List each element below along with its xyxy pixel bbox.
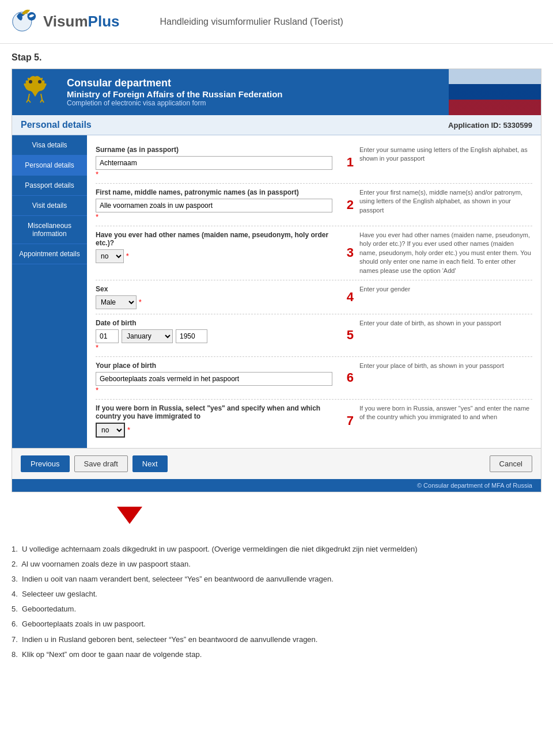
explanation-8: 8. Klik op “Next” om door te gaan naar d…: [12, 648, 541, 661]
othernames-label: Have you ever had other names (maiden na…: [96, 231, 332, 247]
arrow-container: [0, 504, 553, 534]
form-row-firstname: First name, middle names, patronymic nam…: [96, 184, 532, 226]
page-header: VisumPlus Handleiding visumformulier Rus…: [0, 0, 553, 44]
page-title: Handleiding visumformulier Rusland (Toer…: [160, 17, 343, 27]
explanation-6: 6. Geboorteplaats zoals in uw paspoort.: [12, 618, 541, 630]
form-body: Visa details Personal details Passport d…: [12, 135, 541, 448]
form-content: Surname (as in passport) * 1 Enter your …: [87, 135, 541, 448]
explanations: 1. U volledige achternaam zoals dikgedru…: [0, 534, 553, 672]
othernames-hint: Have you ever had other names (maiden na…: [359, 231, 532, 275]
explanation-1: 1. U volledige achternaam zoals dikgedru…: [12, 543, 541, 556]
dob-month-select[interactable]: JanuaryFebruaryMarch AprilMayJune JulyAu…: [122, 329, 173, 343]
form-left-othernames: Have you ever had other names (maiden na…: [96, 231, 341, 263]
dob-required: *: [96, 343, 99, 352]
dob-day-input[interactable]: [96, 329, 119, 343]
step-label: Stap 5.: [0, 44, 553, 69]
step-number-3: 3: [347, 245, 354, 260]
explanation-4: 4. Selecteer uw geslacht.: [12, 588, 541, 601]
logo-text: VisumPlus: [43, 13, 119, 31]
step-number-4: 4: [347, 290, 354, 305]
russia-select[interactable]: no yes: [96, 423, 125, 438]
firstname-required: *: [96, 212, 99, 221]
banner-subtitle: Completion of electronic visa applicatio…: [67, 99, 440, 107]
sidebar-item-visa-details[interactable]: Visa details: [12, 135, 87, 155]
banner-flag: [449, 69, 541, 115]
surname-input[interactable]: [96, 156, 332, 170]
explanation-7: 7. Indien u in Rusland geboren bent, sel…: [12, 633, 541, 646]
sidebar-item-appointment[interactable]: Appointment details: [12, 244, 87, 264]
explanation-2: 2. Al uw voornamen zoals deze in uw pasp…: [12, 558, 541, 571]
sex-hint: Enter your gender: [359, 285, 532, 294]
surname-hint: Enter your surname using letters of the …: [359, 146, 532, 164]
form-row-dob: Date of birth JanuaryFebruaryMarch April…: [96, 314, 532, 357]
step-number-6: 6: [347, 370, 354, 385]
step-number-1: 1: [347, 155, 354, 170]
dob-year-input[interactable]: [176, 329, 207, 343]
form-row-othernames: Have you ever had other names (maiden na…: [96, 226, 532, 280]
svg-point-3: [38, 80, 41, 83]
form-left-surname: Surname (as in passport) *: [96, 146, 341, 178]
sex-required: *: [139, 298, 142, 306]
russia-hint: If you were born in Russia, answer "yes"…: [359, 404, 532, 422]
form-container: Consular department Ministry of Foreign …: [12, 69, 541, 492]
firstname-input[interactable]: [96, 199, 332, 212]
form-footer: © Consular department of MFA of Russia: [12, 479, 541, 492]
logo-area: VisumPlus: [12, 6, 119, 37]
russia-label: If you were born in Russia, select "yes"…: [96, 404, 332, 420]
form-left-firstname: First name, middle names, patronymic nam…: [96, 188, 341, 221]
sex-label: Sex: [96, 285, 332, 293]
sidebar-item-visit-details[interactable]: Visit details: [12, 196, 87, 216]
form-left-russia: If you were born in Russia, select "yes"…: [96, 404, 341, 438]
date-group: JanuaryFebruaryMarch AprilMayJune JulyAu…: [96, 329, 332, 343]
surname-label: Surname (as in passport): [96, 146, 332, 154]
form-nav-bar: Personal details Application ID: 5330599: [12, 115, 541, 135]
form-left-birthplace: Your place of birth *: [96, 362, 341, 394]
firstname-label: First name, middle names, patronymic nam…: [96, 188, 332, 196]
banner-eagle: [12, 69, 58, 115]
btn-group-left: Previous Save draft Next: [21, 455, 168, 472]
banner-text: Consular department Ministry of Foreign …: [58, 69, 449, 115]
form-row-sex: Sex Male Female * 4 Enter your gender: [96, 280, 532, 314]
sex-select[interactable]: Male Female: [96, 295, 137, 309]
form-row-birthplace: Your place of birth * 6 Enter your place…: [96, 357, 532, 400]
russia-required: *: [127, 426, 130, 434]
previous-button[interactable]: Previous: [21, 455, 70, 472]
birthplace-label: Your place of birth: [96, 362, 332, 370]
birthplace-hint: Enter your place of birth, as shown in y…: [359, 362, 532, 370]
othernames-select[interactable]: no yes: [96, 249, 124, 263]
birthplace-input[interactable]: [96, 372, 332, 386]
dob-hint: Enter your date of birth, as shown in yo…: [359, 319, 532, 328]
sidebar: Visa details Personal details Passport d…: [12, 135, 87, 448]
othernames-required: *: [126, 252, 129, 260]
next-button[interactable]: Next: [132, 455, 168, 472]
form-buttons: Previous Save draft Next Cancel: [12, 448, 541, 479]
banner: Consular department Ministry of Foreign …: [12, 69, 541, 115]
application-id: Application ID: 5330599: [448, 121, 532, 130]
save-draft-button[interactable]: Save draft: [74, 455, 128, 472]
form-left-dob: Date of birth JanuaryFebruaryMarch April…: [96, 319, 341, 352]
cancel-button[interactable]: Cancel: [490, 455, 532, 472]
step-number-2: 2: [347, 197, 354, 212]
form-section-title: Personal details: [21, 120, 92, 130]
sidebar-item-miscellaneous[interactable]: Miscellaneous information: [12, 216, 87, 244]
birthplace-required: *: [96, 386, 99, 394]
form-left-sex: Sex Male Female *: [96, 285, 341, 309]
btn-group-right: Cancel: [490, 455, 532, 472]
dob-label: Date of birth: [96, 319, 332, 327]
step-number-5: 5: [347, 328, 354, 343]
svg-point-2: [29, 80, 32, 83]
step-number-7: 7: [347, 413, 354, 428]
sidebar-item-personal-details[interactable]: Personal details: [12, 155, 87, 176]
banner-dept: Consular department: [67, 77, 440, 89]
surname-required: *: [96, 170, 99, 178]
logo-icon: [12, 6, 43, 37]
form-row-surname: Surname (as in passport) * 1 Enter your …: [96, 141, 532, 184]
arrow-down-icon: [117, 507, 142, 524]
banner-ministry: Ministry of Foreign Affairs of the Russi…: [67, 89, 440, 99]
form-row-russia: If you were born in Russia, select "yes"…: [96, 400, 532, 442]
explanation-5: 5. Geboortedatum.: [12, 603, 541, 616]
explanation-3: 3. Indien u ooit van naam verandert bent…: [12, 573, 541, 586]
sidebar-item-passport-details[interactable]: Passport details: [12, 176, 87, 196]
firstname-hint: Enter your first name(s), middle name(s)…: [359, 188, 532, 215]
